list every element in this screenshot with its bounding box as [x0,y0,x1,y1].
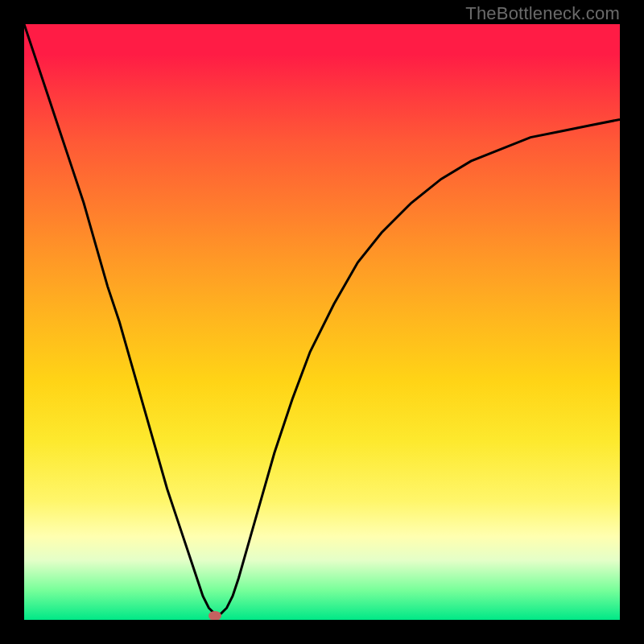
bottleneck-curve [24,24,620,614]
curve-svg [24,24,620,620]
attribution-label: TheBottleneck.com [465,3,620,24]
chart-frame: TheBottleneck.com [0,0,644,644]
minimum-marker [208,611,221,620]
plot-area [24,24,620,620]
